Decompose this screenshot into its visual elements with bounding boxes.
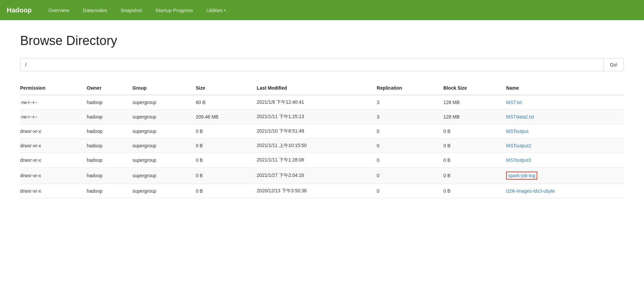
table-row: drwxr-xr-xhadoopsupergroup0 B2021/1/27 下… [20, 168, 624, 184]
table-header-row: Permission Owner Group Size Last Modifie… [20, 81, 624, 95]
cell-replication: 3 [377, 95, 443, 110]
file-link[interactable]: MST.txt [506, 100, 522, 105]
utilities-dropdown-arrow: ▾ [224, 8, 226, 12]
file-link[interactable]: MSToutput3 [506, 157, 531, 163]
go-button[interactable]: Go! [603, 59, 624, 71]
cell-permission: drwxr-xr-x [20, 153, 87, 168]
col-owner: Owner [87, 81, 132, 95]
cell-group: supergroup [132, 95, 196, 110]
cell-name: t10k-images-idx3-ubyte [506, 184, 624, 198]
cell-permission: drwxr-xr-x [20, 124, 87, 139]
nav-link-overview[interactable]: Overview [42, 0, 76, 20]
nav-item-overview[interactable]: Overview [42, 0, 76, 20]
table-header: Permission Owner Group Size Last Modifie… [20, 81, 624, 95]
cell-name: MSToutput2 [506, 139, 624, 153]
cell-block_size: 128 MB [443, 110, 506, 124]
cell-owner: hadoop [87, 95, 132, 110]
nav-link-startup-progress[interactable]: Startup Progress [149, 0, 200, 20]
nav-link-snapshot[interactable]: Snapshot [114, 0, 149, 20]
nav-item-utilities[interactable]: Utilities ▾ [200, 0, 232, 20]
file-link[interactable]: MSTdata2.txt [506, 114, 534, 120]
cell-permission: drwxr-xr-x [20, 184, 87, 198]
cell-owner: hadoop [87, 153, 132, 168]
cell-name: MSTdata2.txt [506, 110, 624, 124]
cell-replication: 3 [377, 110, 443, 124]
cell-permission: -rw-r--r-- [20, 95, 87, 110]
cell-last_modified: 2021/1/27 下午2:04:16 [257, 168, 377, 184]
col-group: Group [132, 81, 196, 95]
cell-permission: drwxr-xr-x [20, 168, 87, 184]
cell-group: supergroup [132, 110, 196, 124]
col-last-modified: Last Modified [257, 81, 377, 95]
nav-item-startup-progress[interactable]: Startup Progress [149, 0, 200, 20]
table-row: drwxr-xr-xhadoopsupergroup0 B2021/1/10 下… [20, 124, 624, 139]
cell-name: MSToutput3 [506, 153, 624, 168]
cell-group: supergroup [132, 184, 196, 198]
nav-link-utilities[interactable]: Utilities ▾ [200, 0, 232, 20]
cell-owner: hadoop [87, 124, 132, 139]
navbar-brand[interactable]: Hadoop [7, 6, 32, 14]
cell-group: supergroup [132, 168, 196, 184]
cell-last_modified: 2021/1/10 下午8:51:49 [257, 124, 377, 139]
cell-last_modified: 2020/12/13 下午3:50:36 [257, 184, 377, 198]
cell-block_size: 128 MB [443, 95, 506, 110]
page-content: Browse Directory Go! Permission Owner Gr… [0, 20, 644, 212]
page-title: Browse Directory [20, 34, 624, 48]
col-replication: Replication [377, 81, 443, 95]
cell-size: 0 B [196, 124, 257, 139]
nav-item-datanodes[interactable]: Datanodes [76, 0, 114, 20]
nav-item-snapshot[interactable]: Snapshot [114, 0, 149, 20]
col-permission: Permission [20, 81, 87, 95]
cell-name: spark-job-log [506, 168, 624, 184]
cell-name: MSToutput [506, 124, 624, 139]
cell-group: supergroup [132, 153, 196, 168]
navbar-nav: Overview Datanodes Snapshot Startup Prog… [42, 0, 232, 20]
col-size: Size [196, 81, 257, 95]
cell-group: supergroup [132, 139, 196, 153]
cell-block_size: 0 B [443, 168, 506, 184]
cell-owner: hadoop [87, 168, 132, 184]
nav-link-datanodes[interactable]: Datanodes [76, 0, 114, 20]
search-input[interactable] [20, 58, 603, 71]
cell-owner: hadoop [87, 184, 132, 198]
cell-replication: 0 [377, 153, 443, 168]
file-link[interactable]: MSToutput2 [506, 143, 531, 148]
cell-size: 0 B [196, 139, 257, 153]
cell-block_size: 0 B [443, 153, 506, 168]
cell-size: 209.46 MB [196, 110, 257, 124]
cell-replication: 0 [377, 124, 443, 139]
cell-last_modified: 2021/1/11 下午1:28:08 [257, 153, 377, 168]
cell-last_modified: 2021/1/8 下午12:40:41 [257, 95, 377, 110]
cell-replication: 0 [377, 168, 443, 184]
cell-size: 60 B [196, 95, 257, 110]
file-link[interactable]: t10k-images-idx3-ubyte [506, 188, 555, 194]
cell-permission: -rw-r--r-- [20, 110, 87, 124]
table-row: drwxr-xr-xhadoopsupergroup0 B2020/12/13 … [20, 184, 624, 198]
cell-block_size: 0 B [443, 124, 506, 139]
cell-replication: 0 [377, 139, 443, 153]
file-table: Permission Owner Group Size Last Modifie… [20, 81, 624, 198]
file-link[interactable]: MSToutput [506, 129, 529, 134]
cell-size: 0 B [196, 168, 257, 184]
cell-permission: drwxr-xr-x [20, 139, 87, 153]
table-row: -rw-r--r--hadoopsupergroup60 B2021/1/8 下… [20, 95, 624, 110]
table-row: drwxr-xr-xhadoopsupergroup0 B2021/1/11 上… [20, 139, 624, 153]
cell-name: MST.txt [506, 95, 624, 110]
table-row: -rw-r--r--hadoopsupergroup209.46 MB2021/… [20, 110, 624, 124]
cell-block_size: 0 B [443, 139, 506, 153]
col-block-size: Block Size [443, 81, 506, 95]
cell-size: 0 B [196, 184, 257, 198]
cell-group: supergroup [132, 124, 196, 139]
cell-last_modified: 2021/1/11 下午1:25:13 [257, 110, 377, 124]
cell-owner: hadoop [87, 139, 132, 153]
navbar: Hadoop Overview Datanodes Snapshot Start… [0, 0, 644, 20]
cell-owner: hadoop [87, 110, 132, 124]
cell-size: 0 B [196, 153, 257, 168]
search-bar: Go! [20, 58, 624, 71]
file-link[interactable]: spark-job-log [508, 173, 535, 178]
table-row: drwxr-xr-xhadoopsupergroup0 B2021/1/11 下… [20, 153, 624, 168]
table-body: -rw-r--r--hadoopsupergroup60 B2021/1/8 下… [20, 95, 624, 198]
col-name: Name [506, 81, 624, 95]
cell-block_size: 0 B [443, 184, 506, 198]
cell-last_modified: 2021/1/11 上午10:15:50 [257, 139, 377, 153]
